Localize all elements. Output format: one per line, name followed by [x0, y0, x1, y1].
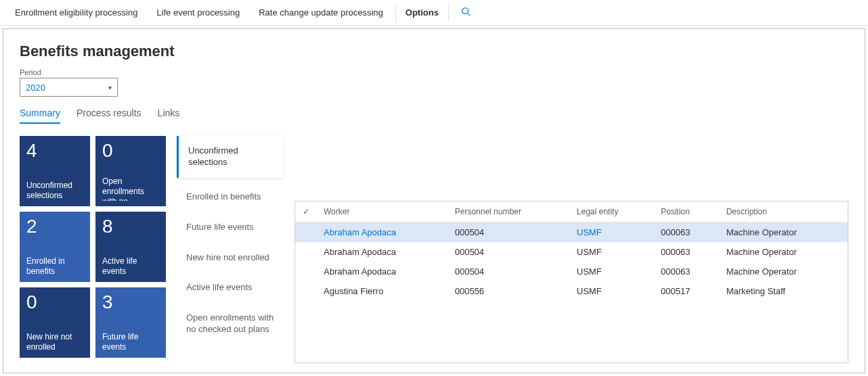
- tab-process-results[interactable]: Process results: [77, 108, 142, 124]
- col-description[interactable]: Description: [720, 202, 848, 222]
- table-row[interactable]: Agustina Fierro 000556 USMF 000517 Marke…: [295, 281, 848, 301]
- tab-links[interactable]: Links: [158, 108, 180, 124]
- table-row[interactable]: Abraham Apodaca 000504 USMF 000063 Machi…: [295, 262, 848, 281]
- topbar: Enrollment eligibility processing Life e…: [0, 0, 868, 26]
- category-list: Unconfirmed selections Enrolled in benef…: [177, 136, 284, 363]
- cell-entity[interactable]: USMF: [570, 281, 654, 301]
- topbar-item-lifeevent[interactable]: Life event processing: [150, 3, 246, 22]
- period-label: Period: [20, 68, 848, 76]
- tile-label: Open enrollments with no...: [102, 177, 159, 201]
- tile-open-enrollments[interactable]: 0 Open enrollments with no...: [95, 136, 166, 206]
- tile-count: 8: [102, 217, 159, 236]
- tile-label: Unconfirmed selections: [26, 181, 83, 201]
- period-value: 2020: [26, 83, 45, 93]
- tile-count: 0: [102, 141, 159, 160]
- topbar-item-enrollment[interactable]: Enrollment eligibility processing: [8, 3, 144, 22]
- cell-position: 000063: [654, 242, 720, 262]
- col-worker[interactable]: Worker: [317, 202, 448, 222]
- topbar-item-options[interactable]: Options: [395, 3, 449, 22]
- cell-personnel: 000504: [448, 222, 570, 243]
- row-check[interactable]: [295, 281, 317, 301]
- tabs: Summary Process results Links: [20, 108, 848, 124]
- search-icon[interactable]: [454, 3, 477, 22]
- chevron-down-icon: ▾: [108, 84, 112, 91]
- cell-personnel: 000556: [448, 281, 570, 301]
- content-row: 4 Unconfirmed selections 0 Open enrollme…: [20, 136, 848, 363]
- tile-active-life[interactable]: 8 Active life events: [95, 212, 166, 282]
- tile-enrolled[interactable]: 2 Enrolled in benefits: [20, 212, 90, 282]
- tile-future-life[interactable]: 3 Future life events: [95, 287, 166, 358]
- row-check[interactable]: [295, 262, 317, 281]
- cell-worker[interactable]: Abraham Apodaca: [317, 242, 448, 262]
- tile-grid: 4 Unconfirmed selections 0 Open enrollme…: [20, 136, 166, 363]
- category-open-enroll[interactable]: Open enrollments with no checked out pla…: [177, 303, 284, 345]
- col-entity[interactable]: Legal entity: [570, 202, 654, 222]
- table-row[interactable]: Abraham Apodaca 000504 USMF 000063 Machi…: [295, 222, 848, 243]
- cell-entity[interactable]: USMF: [570, 222, 654, 243]
- cell-worker[interactable]: Agustina Fierro: [317, 281, 448, 301]
- cell-description: Machine Operator: [720, 242, 848, 262]
- col-personnel[interactable]: Personnel number: [448, 202, 570, 222]
- svg-line-1: [468, 14, 471, 16]
- checkmark-icon[interactable]: ✓: [295, 202, 317, 222]
- svg-point-0: [462, 8, 469, 14]
- tile-label: Future life events: [102, 332, 159, 352]
- cell-entity[interactable]: USMF: [570, 262, 654, 281]
- tile-unconfirmed[interactable]: 4 Unconfirmed selections: [20, 136, 90, 206]
- category-future-life[interactable]: Future life events: [177, 212, 284, 243]
- col-position[interactable]: Position: [654, 202, 720, 222]
- tile-count: 2: [26, 217, 83, 236]
- row-check[interactable]: [295, 242, 317, 262]
- topbar-item-ratechange[interactable]: Rate change update processing: [252, 3, 390, 22]
- cell-position: 000063: [654, 262, 720, 281]
- period-select[interactable]: 2020 ▾: [20, 78, 118, 97]
- cell-entity[interactable]: USMF: [570, 242, 654, 262]
- cell-worker[interactable]: Abraham Apodaca: [317, 262, 448, 281]
- category-enrolled[interactable]: Enrolled in benefits: [177, 182, 284, 212]
- cell-personnel: 000504: [448, 242, 570, 262]
- tile-count: 3: [102, 293, 159, 312]
- cell-position: 000063: [654, 222, 720, 243]
- page-container: Benefits management Period 2020 ▾ Summar…: [3, 28, 865, 373]
- row-check[interactable]: [295, 222, 317, 243]
- tile-count: 0: [26, 293, 83, 312]
- page-title: Benefits management: [20, 43, 848, 60]
- category-active-life[interactable]: Active life events: [177, 273, 284, 303]
- tile-new-hire[interactable]: 0 New hire not enrolled: [20, 287, 90, 358]
- table-header-row: ✓ Worker Personnel number Legal entity P…: [295, 202, 848, 222]
- tile-count: 4: [26, 141, 83, 160]
- cell-position: 000517: [654, 281, 720, 301]
- category-unconfirmed[interactable]: Unconfirmed selections: [177, 136, 284, 178]
- cell-description: Marketing Staff: [720, 281, 848, 301]
- cell-description: Machine Operator: [720, 262, 848, 281]
- cell-personnel: 000504: [448, 262, 570, 281]
- tile-label: New hire not enrolled: [26, 332, 83, 352]
- tab-summary[interactable]: Summary: [20, 108, 60, 124]
- data-table: ✓ Worker Personnel number Legal entity P…: [295, 201, 848, 363]
- cell-description: Machine Operator: [720, 222, 848, 243]
- tile-label: Enrolled in benefits: [26, 256, 83, 277]
- table-row[interactable]: Abraham Apodaca 000504 USMF 000063 Machi…: [295, 242, 848, 262]
- tile-label: Active life events: [102, 256, 159, 277]
- category-new-hire[interactable]: New hire not enrolled: [177, 243, 284, 273]
- cell-worker[interactable]: Abraham Apodaca: [317, 222, 448, 243]
